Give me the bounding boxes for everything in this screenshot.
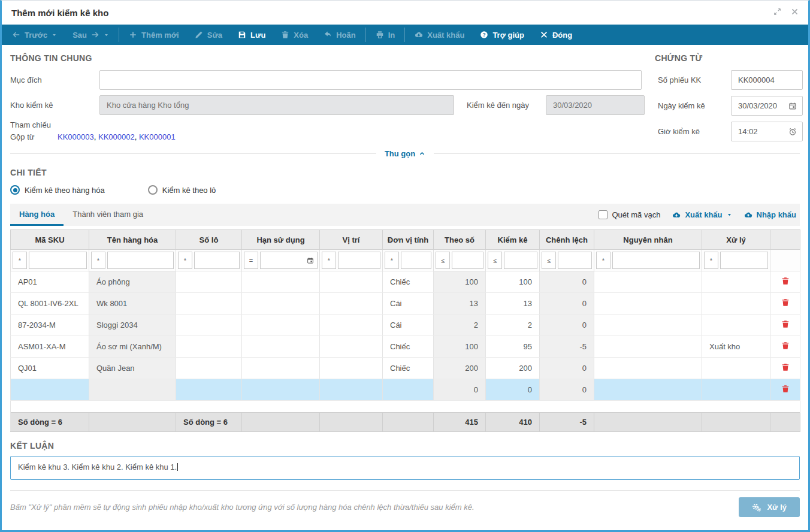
filter-input-expiry[interactable] [260, 252, 318, 269]
filter-operator-button[interactable]: * [13, 252, 27, 269]
toolbar-help-button[interactable]: ?Trợ giúp [472, 25, 532, 45]
table-cell-lot[interactable] [176, 379, 242, 401]
grid-export-button[interactable]: Xuất khẩu [672, 210, 732, 219]
delete-row-button[interactable] [781, 320, 790, 328]
process-button[interactable]: Xử lý [739, 497, 800, 517]
table-cell-counted[interactable]: 100 [486, 271, 540, 293]
table-cell-expiry[interactable] [242, 293, 320, 315]
table-cell-unit[interactable]: Chiếc [383, 358, 434, 379]
column-header-del[interactable] [770, 230, 800, 250]
table-cell-lot[interactable] [176, 336, 242, 358]
toolbar-close-button[interactable]: Đóng [532, 25, 580, 45]
table-cell-action[interactable] [702, 271, 770, 293]
table-cell-position[interactable] [320, 315, 383, 336]
table-cell-unit[interactable]: Chiếc [383, 336, 434, 358]
toolbar-export-button[interactable]: Xuất khẩu [407, 25, 472, 45]
table-cell-counted[interactable]: 95 [486, 336, 540, 358]
table-cell-action[interactable]: Xuất kho [702, 336, 770, 358]
column-header-lot[interactable]: Số lô [176, 230, 242, 250]
filter-input-action[interactable] [720, 252, 768, 269]
table-cell-sku[interactable]: ASM01-XA-M [11, 336, 89, 358]
table-cell-action[interactable] [702, 315, 770, 336]
filter-operator-button[interactable]: * [91, 252, 105, 269]
close-button[interactable] [791, 7, 799, 18]
filter-input-counted[interactable] [504, 252, 537, 269]
expand-button[interactable] [773, 7, 781, 18]
delete-row-button[interactable] [781, 277, 790, 285]
filter-input-stock[interactable] [452, 252, 483, 269]
doc-date-input[interactable]: 30/03/2020 [731, 96, 803, 116]
table-cell-sku[interactable]: QJ01 [11, 358, 89, 379]
column-header-diff[interactable]: Chênh lệch [540, 230, 594, 250]
clock-icon[interactable] [788, 128, 797, 136]
calendar-icon[interactable] [788, 102, 797, 110]
table-cell-counted[interactable]: 200 [486, 358, 540, 379]
radio-count-by-product[interactable]: Kiểm kê theo hàng hóa [10, 185, 105, 195]
merged-doc-link[interactable]: KK000002 [98, 132, 135, 141]
table-cell-reason[interactable] [594, 293, 702, 315]
delete-row-button[interactable] [781, 298, 790, 307]
column-header-position[interactable]: Vị trí [320, 230, 383, 250]
toolbar-next-button[interactable]: Sau [65, 25, 117, 45]
table-cell-action[interactable] [702, 379, 770, 401]
purpose-input[interactable] [99, 70, 642, 90]
table-cell-unit[interactable] [383, 379, 434, 401]
table-cell-lot[interactable] [176, 358, 242, 379]
doc-time-input[interactable]: 14:02 [731, 122, 803, 141]
table-cell-unit[interactable]: Cái [383, 293, 434, 315]
table-cell-sku[interactable]: AP01 [11, 271, 89, 293]
table-cell-lot[interactable] [176, 315, 242, 336]
column-header-expiry[interactable]: Hạn sử dụng [242, 230, 320, 250]
toolbar-previous-button[interactable]: Trước [4, 25, 65, 45]
table-cell-sku[interactable]: 87-2034-M [11, 315, 89, 336]
table-cell-position[interactable] [320, 358, 383, 379]
table-cell-reason[interactable] [594, 315, 702, 336]
column-header-reason[interactable]: Nguyên nhân [594, 230, 702, 250]
table-cell-sku[interactable]: QL 8001-IV6-2XL [11, 293, 89, 315]
filter-operator-button[interactable]: = [244, 252, 258, 269]
table-cell-expiry[interactable] [242, 315, 320, 336]
filter-input-reason[interactable] [612, 252, 700, 269]
toolbar-add-new-button[interactable]: Thêm mới [121, 25, 187, 45]
table-cell-position[interactable] [320, 271, 383, 293]
table-cell-expiry[interactable] [242, 271, 320, 293]
table-cell-action[interactable] [702, 293, 770, 315]
doc-number-input[interactable]: KK000004 [731, 70, 803, 90]
column-header-name[interactable]: Tên hàng hóa [89, 230, 176, 250]
filter-input-sku[interactable] [29, 252, 87, 269]
filter-input-diff[interactable] [558, 252, 592, 269]
barcode-checkbox[interactable] [599, 210, 608, 219]
table-cell-position[interactable] [320, 336, 383, 358]
filter-input-name[interactable] [107, 252, 174, 269]
filter-operator-button[interactable]: ≤ [542, 252, 556, 269]
column-header-sku[interactable]: Mã SKU [11, 230, 89, 250]
filter-operator-button[interactable]: * [178, 252, 192, 269]
merged-doc-link[interactable]: KK000001 [139, 132, 176, 141]
table-cell-expiry[interactable] [242, 336, 320, 358]
barcode-scan-toggle[interactable]: Quét mã vạch [599, 210, 660, 219]
column-header-counted[interactable]: Kiểm kê [486, 230, 540, 250]
table-cell-reason[interactable] [594, 271, 702, 293]
tab-products[interactable]: Hàng hóa [10, 204, 64, 226]
filter-input-lot[interactable] [194, 252, 240, 269]
table-cell-counted[interactable]: 0 [486, 379, 540, 401]
filter-operator-button[interactable]: * [322, 252, 336, 269]
filter-operator-button[interactable]: ≤ [436, 252, 450, 269]
column-header-stock[interactable]: Theo số [434, 230, 486, 250]
filter-operator-button[interactable]: * [704, 252, 718, 269]
filter-input-position[interactable] [338, 252, 380, 269]
toolbar-save-button[interactable]: Lưu [230, 25, 273, 45]
conclusion-textarea[interactable]: Kiểm kê khu 3. Kiểm kê khu 2. Kiểm kê kh… [10, 456, 800, 480]
column-header-unit[interactable]: Đơn vị tính [383, 230, 434, 250]
toolbar-delete-button[interactable]: Xóa [273, 25, 316, 45]
table-cell-expiry[interactable] [242, 358, 320, 379]
table-cell-unit[interactable]: Cái [383, 315, 434, 336]
table-cell-lot[interactable] [176, 271, 242, 293]
table-cell-reason[interactable] [594, 358, 702, 379]
table-cell-position[interactable] [320, 293, 383, 315]
table-cell-lot[interactable] [176, 293, 242, 315]
grid-import-button[interactable]: Nhập khẩu [744, 210, 796, 219]
delete-row-button[interactable] [781, 363, 790, 371]
toolbar-undo-button[interactable]: Hoãn [316, 25, 364, 45]
table-cell-counted[interactable]: 13 [486, 293, 540, 315]
